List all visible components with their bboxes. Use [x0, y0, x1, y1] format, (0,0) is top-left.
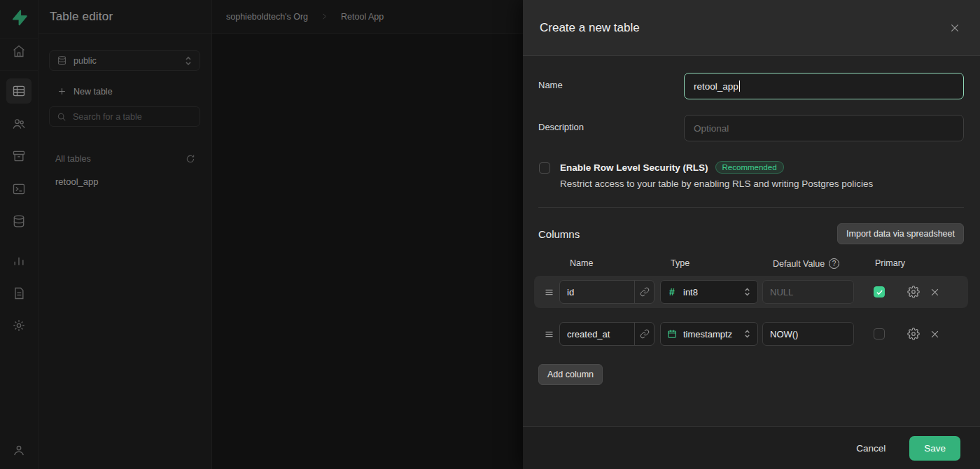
- column-name-cell: id: [559, 280, 654, 304]
- columns-heading: Columns: [538, 228, 580, 240]
- column-settings-gear-icon[interactable]: [907, 328, 920, 340]
- columns-section-header: Columns Import data via spreadsheet: [538, 223, 964, 244]
- column-name-input[interactable]: created_at: [560, 329, 634, 340]
- description-field-row: Description Optional: [538, 115, 964, 141]
- name-field-row: Name retool_app: [538, 73, 964, 99]
- rls-checkbox[interactable]: [539, 162, 550, 174]
- column-type-select[interactable]: # int8: [660, 280, 758, 304]
- chevron-updown-icon: [743, 287, 751, 297]
- remove-column-icon[interactable]: [930, 287, 940, 298]
- name-input[interactable]: retool_app: [684, 73, 964, 99]
- col-header-name: Name: [570, 258, 671, 269]
- col-header-type: Type: [671, 258, 773, 269]
- column-row-id: id # int8 NULL: [534, 276, 968, 308]
- int8-hash-icon: #: [667, 286, 677, 298]
- cancel-button[interactable]: Cancel: [846, 438, 895, 459]
- column-default-input[interactable]: NULL: [762, 280, 854, 304]
- app-window: Table editor public New table Search for…: [0, 0, 980, 469]
- col-header-default: Default Value ?: [773, 258, 875, 269]
- drag-handle-icon[interactable]: [538, 287, 559, 298]
- column-default-input[interactable]: NOW(): [762, 322, 854, 346]
- column-settings-gear-icon[interactable]: [907, 286, 920, 298]
- calendar-icon: [667, 329, 677, 339]
- add-column-button[interactable]: Add column: [538, 364, 603, 385]
- rls-label: Enable Row Level Security (RLS): [560, 162, 708, 173]
- column-name-input[interactable]: id: [560, 287, 634, 298]
- chevron-updown-icon: [743, 329, 751, 339]
- help-icon[interactable]: ?: [829, 258, 839, 269]
- recommended-badge: Recommended: [715, 161, 784, 174]
- description-label: Description: [538, 115, 684, 132]
- drag-handle-icon[interactable]: [538, 329, 559, 340]
- columns-table-header: Name Type Default Value ? Primary: [538, 258, 964, 269]
- remove-column-icon[interactable]: [930, 329, 940, 340]
- column-type-select[interactable]: timestamptz: [660, 322, 758, 346]
- text-caret: [739, 80, 741, 92]
- close-icon[interactable]: [946, 20, 963, 36]
- column-row-created-at: created_at timestamptz NOW(): [534, 318, 968, 350]
- panel-header: Create a new table: [523, 0, 980, 56]
- panel-footer: Cancel Save: [523, 426, 980, 469]
- rls-block: Enable Row Level Security (RLS) Recommen…: [538, 161, 964, 189]
- create-table-panel: Create a new table Name retool_app Descr…: [523, 0, 980, 469]
- description-placeholder: Optional: [694, 123, 729, 134]
- rls-texts: Enable Row Level Security (RLS) Recommen…: [560, 161, 873, 189]
- foreign-key-link-icon[interactable]: [634, 281, 654, 303]
- primary-cell: [861, 286, 897, 298]
- primary-checkbox[interactable]: [874, 328, 885, 340]
- section-divider: [538, 207, 964, 208]
- panel-body: Name retool_app Description Optional Ena…: [523, 56, 980, 426]
- foreign-key-link-icon[interactable]: [634, 323, 654, 345]
- col-header-primary: Primary: [875, 258, 905, 269]
- panel-title: Create a new table: [540, 21, 640, 35]
- description-input[interactable]: Optional: [684, 115, 964, 141]
- save-button[interactable]: Save: [909, 436, 960, 461]
- column-name-cell: created_at: [559, 322, 654, 346]
- primary-checkbox[interactable]: [874, 286, 885, 298]
- rls-description: Restrict access to your table by enablin…: [560, 178, 873, 189]
- name-input-value: retool_app: [694, 81, 738, 92]
- name-label: Name: [538, 73, 684, 90]
- import-spreadsheet-button[interactable]: Import data via spreadsheet: [837, 223, 964, 244]
- primary-cell: [861, 328, 897, 340]
